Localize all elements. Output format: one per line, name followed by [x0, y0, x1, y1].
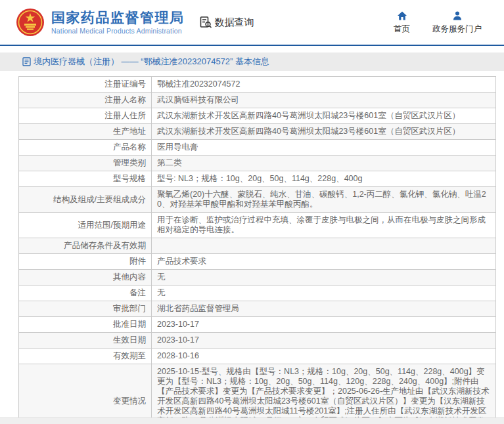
- home-icon: [397, 11, 407, 21]
- row-label: 其他内容: [19, 270, 152, 285]
- row-value: 聚氧乙烯(20)十六醚、蒙脱石、纯水、甘油、碳酸钙、1,2-丙二醇、氯化钾、氯化…: [152, 187, 495, 212]
- table-row: 其他内容 无: [19, 270, 495, 286]
- row-value: 湖北省药品监督管理局: [152, 301, 495, 316]
- nav-home-label: 首页: [394, 24, 410, 35]
- row-label: 审批部门: [19, 301, 152, 316]
- table-row: 型号规格 型号: NL3；规格：10g、20g、50g、114g、228g、40…: [19, 171, 495, 187]
- table-row: 注册人住所 武汉东湖新技术开发区高新四路40号葛洲坝太阳城23号楼601室（自贸…: [19, 108, 495, 124]
- table-row: 产品名称 医用导电膏: [19, 140, 495, 156]
- table-row: 注册人名称 武汉脑链科技有限公司: [19, 93, 495, 108]
- table-row: 批准日期 2023-10-17: [19, 317, 495, 333]
- nav-portal[interactable]: 政务服务门户: [432, 11, 482, 35]
- table-row: 附件 产品技术要求: [19, 254, 495, 270]
- site-header: 国家药品监督管理局 National Medical Products Admi…: [0, 0, 504, 45]
- row-value: 第二类: [152, 156, 495, 171]
- row-value: [152, 238, 495, 253]
- person-icon: [452, 11, 463, 21]
- row-label: 结构及组成/主要组成成分: [19, 187, 152, 212]
- page: 国家药品监督管理局 National Medical Products Admi…: [0, 0, 504, 424]
- header-divider: [0, 45, 504, 46]
- row-label: 产品名称: [19, 140, 152, 155]
- table-row: 有效期至 2028-10-16: [19, 349, 495, 364]
- table-row: 结构及组成/主要组成成分 聚氧乙烯(20)十六醚、蒙脱石、纯水、甘油、碳酸钙、1…: [19, 187, 495, 213]
- row-value: 武汉脑链科技有限公司: [152, 93, 495, 108]
- table-row: 变更情况 2025-10-15-型号、规格由【型号：NL3；规格：10g、20g…: [19, 364, 495, 424]
- row-value: 2023-10-17: [152, 317, 495, 332]
- site-subtitle: National Medical Products Administration: [51, 27, 185, 35]
- row-label: 备注: [19, 286, 152, 301]
- row-label: 批准日期: [19, 317, 152, 332]
- row-label: 生效日期: [19, 333, 152, 348]
- header-right-nav: 首页 政务服务门户: [394, 11, 488, 35]
- row-value: 无: [152, 270, 495, 285]
- table-row: 生效日期 2023-10-17: [19, 333, 495, 349]
- breadcrumb: 境内医疗器械（注册） —— “鄂械注准20232074572” 基本信息: [22, 56, 269, 68]
- row-value: 武汉东湖新技术开发区高新四路40号葛洲坝太阳城23号楼601室（自贸区武汉片区）: [152, 108, 495, 123]
- breadcrumb-band: 境内医疗器械（注册） —— “鄂械注准20232074572” 基本信息: [0, 53, 504, 71]
- table-row: 管理类别 第二类: [19, 156, 495, 171]
- breadcrumb-text: 境内医疗器械（注册） —— “鄂械注准20232074572” 基本信息: [34, 56, 269, 68]
- registration-info-table: 注册证编号 鄂械注准20232074572 注册人名称 武汉脑链科技有限公司 注…: [18, 76, 496, 424]
- row-value: 2023-10-17: [152, 333, 495, 348]
- info-table-body: 注册证编号 鄂械注准20232074572 注册人名称 武汉脑链科技有限公司 注…: [19, 77, 495, 424]
- row-label: 注册人名称: [19, 93, 152, 108]
- row-label: 变更情况: [19, 364, 152, 424]
- table-row: 审批部门 湖北省药品监督管理局: [19, 301, 495, 317]
- row-label: 型号规格: [19, 171, 152, 186]
- row-value: 武汉东湖新技术开发区高新四路40号葛洲坝太阳城23号楼601室（自贸区武汉片区）: [152, 124, 495, 139]
- row-value: 产品技术要求: [152, 254, 495, 269]
- table-row: 注册证编号 鄂械注准20232074572: [19, 77, 495, 93]
- row-label: 管理类别: [19, 156, 152, 171]
- table-row: 适用范围/预期用途 用于在诊断、监护或治疗过程中充填、涂覆于皮肤与电极之间，从而…: [19, 213, 495, 238]
- nav-data-query[interactable]: 数据查询: [199, 16, 254, 29]
- row-label: 附件: [19, 254, 152, 269]
- table-row: 备注 无: [19, 286, 495, 301]
- table-row: 生产地址 武汉东湖新技术开发区高新四路40号葛洲坝太阳城23号楼601室（自贸区…: [19, 124, 495, 140]
- row-value: 医用导电膏: [152, 140, 495, 155]
- row-label: 有效期至: [19, 349, 152, 364]
- row-label: 产品储存条件及有效期: [19, 238, 152, 253]
- row-value: 鄂械注准20232074572: [152, 77, 495, 92]
- row-value: 2025-10-15-型号、规格由【型号：NL3；规格：10g、20g、50g、…: [152, 364, 495, 424]
- nav-home[interactable]: 首页: [394, 11, 410, 35]
- national-emblem-icon: [16, 8, 45, 37]
- document-icon: [22, 57, 31, 66]
- row-value: 型号: NL3；规格：10g、20g、50g、114g、228g、400g: [152, 171, 495, 186]
- row-label: 注册人住所: [19, 108, 152, 123]
- row-label: 生产地址: [19, 124, 152, 139]
- table-row: 产品储存条件及有效期: [19, 238, 495, 254]
- title-block: 国家药品监督管理局 National Medical Products Admi…: [51, 10, 185, 35]
- row-value: 用于在诊断、监护或治疗过程中充填、涂覆于皮肤与电极之间，从而在电极与皮肤之间形成…: [152, 213, 495, 238]
- bottom-strip: [0, 417, 504, 424]
- row-value: 无: [152, 286, 495, 301]
- site-title: 国家药品监督管理局: [51, 10, 185, 26]
- row-value: 2028-10-16: [152, 349, 495, 364]
- logo-area[interactable]: 国家药品监督管理局 National Medical Products Admi…: [16, 8, 185, 37]
- row-label: 注册证编号: [19, 77, 152, 92]
- nav-portal-label: 政务服务门户: [432, 24, 482, 35]
- row-label: 适用范围/预期用途: [19, 213, 152, 238]
- nav-data-query-label: 数据查询: [215, 16, 254, 29]
- document-magnifier-icon: [199, 16, 212, 29]
